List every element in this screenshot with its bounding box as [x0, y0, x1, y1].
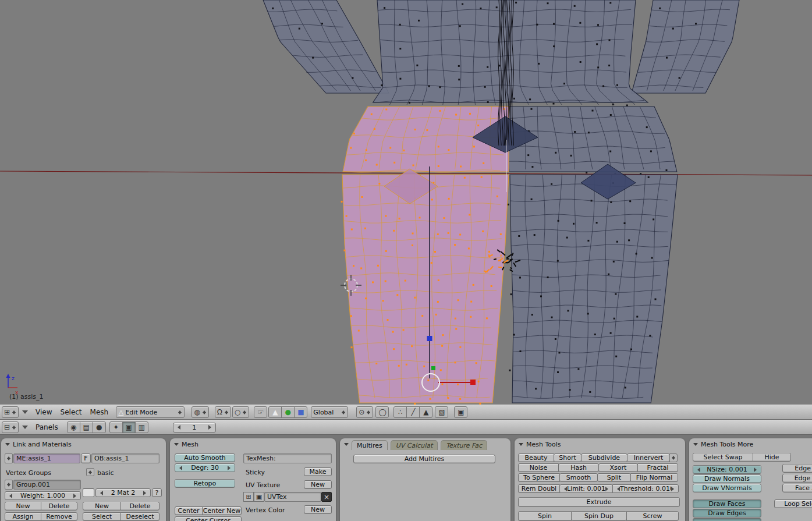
editing-context-button[interactable]: ▣ — [122, 421, 136, 433]
vgroup-delete-button[interactable]: Delete — [41, 502, 77, 511]
hash-button[interactable]: Hash — [558, 463, 599, 472]
fake-user-button[interactable]: F — [81, 453, 91, 463]
rotate-manipulator-button[interactable]: ● — [281, 406, 295, 418]
increment-icon[interactable] — [228, 466, 233, 470]
script-context-button[interactable]: ▤ — [80, 421, 93, 433]
beauty-toggle[interactable]: Beauty — [518, 453, 554, 462]
menu-panels[interactable]: Panels — [31, 423, 62, 431]
weight-field[interactable]: Weight: 1.000 — [5, 491, 81, 500]
material-color-swatch[interactable] — [83, 488, 94, 497]
uvtex-name-field[interactable]: UVTex — [264, 492, 321, 502]
decrement-icon[interactable] — [175, 425, 180, 430]
vertex-group-browse-button[interactable] — [5, 480, 13, 490]
draw-normals-toggle[interactable]: Draw Normals — [693, 474, 761, 483]
smooth-button[interactable]: Smooth — [559, 473, 598, 482]
manipulator-y-handle[interactable] — [431, 366, 435, 370]
decrement-icon[interactable] — [7, 494, 12, 498]
material-help-button[interactable]: ? — [152, 488, 162, 497]
increment-icon[interactable] — [73, 494, 79, 498]
decrement-icon[interactable] — [98, 491, 103, 495]
menu-view[interactable]: View — [31, 408, 56, 416]
loop-select-button[interactable]: Loop Selec — [774, 499, 812, 508]
translate-manipulator-button[interactable]: ▲ — [268, 406, 282, 418]
manipulator-x-handle[interactable] — [470, 380, 476, 385]
vertex-color-new-button[interactable]: New — [304, 505, 332, 514]
add-multires-button[interactable]: Add Multires — [353, 455, 495, 463]
vgroup-new-button[interactable]: New — [5, 502, 41, 511]
frame-number-field[interactable]: 1 — [173, 423, 216, 433]
editor-type-dropdown[interactable]: ⊟ — [2, 421, 19, 433]
draw-edges-toggle[interactable]: Draw Edges — [693, 509, 761, 518]
rem-doubles-button[interactable]: Rem Doubl — [518, 484, 560, 493]
draw-faces-toggle[interactable]: Draw Faces — [693, 499, 761, 508]
split-button[interactable]: Split — [597, 473, 631, 482]
increment-icon[interactable] — [671, 487, 676, 491]
hide-button[interactable]: Hide — [753, 453, 791, 462]
increment-icon[interactable] — [605, 487, 611, 491]
increment-icon[interactable] — [754, 467, 759, 472]
assign-button[interactable]: Assign — [5, 512, 41, 521]
material-browse-button[interactable] — [86, 468, 94, 476]
uv-texture-new-button[interactable]: New — [304, 480, 332, 489]
panel-header[interactable]: Link and Materials — [1, 438, 166, 450]
center-new-button[interactable]: Center New — [202, 506, 242, 515]
menu-select[interactable]: Select — [56, 408, 86, 416]
tab-texture-face[interactable]: Texture Fac — [441, 440, 487, 450]
object-name-field[interactable]: OB:assis_1 — [91, 453, 159, 463]
remove-button[interactable]: Remove — [41, 512, 77, 521]
nsize-field[interactable]: NSize: 0.001 — [693, 465, 761, 474]
increment-icon[interactable] — [143, 491, 148, 495]
pivot-dropdown[interactable]: Ω — [215, 406, 231, 418]
header-collapse-icon[interactable] — [22, 410, 28, 417]
scene-context-button[interactable]: ▥ — [135, 421, 148, 433]
draw-creases-toggle[interactable] — [693, 518, 761, 521]
occlude-geometry-button[interactable]: ▧ — [435, 406, 448, 418]
limit-field[interactable]: Limit: 0.001 — [559, 484, 613, 493]
edge-angles-toggle[interactable]: Edge A — [782, 474, 812, 483]
snap-button[interactable]: ◯ — [375, 406, 389, 418]
panel-header[interactable]: Mesh — [170, 438, 336, 450]
innervert-button[interactable]: Innervert — [627, 453, 670, 462]
noise-button[interactable]: Noise — [518, 463, 559, 472]
material-delete-button[interactable]: Delete — [120, 502, 159, 511]
mode-dropdown[interactable]: △ Edit Mode — [116, 406, 185, 418]
uvtex-delete-button[interactable]: × — [321, 492, 332, 502]
center-cursor-button[interactable]: Center Cursor — [175, 516, 242, 521]
face-area-toggle[interactable]: Face A — [782, 484, 812, 492]
3d-viewport[interactable]: z x (1) assis_1 — [0, 0, 812, 405]
scale-manipulator-button[interactable]: ■ — [294, 406, 307, 418]
vertex-select-button[interactable]: ∴ — [393, 406, 407, 418]
spin-button[interactable]: Spin — [518, 511, 572, 521]
decrement-icon[interactable] — [695, 467, 700, 472]
extrude-button[interactable]: Extrude — [518, 497, 680, 507]
xsort-button[interactable]: Xsort — [598, 463, 638, 472]
transform-orientation-dropdown[interactable]: Global — [311, 406, 348, 418]
select-swap-button[interactable]: Select Swap — [693, 453, 753, 462]
edge-select-button[interactable]: ╱ — [406, 406, 420, 418]
panel-header[interactable]: Multires UV Calculat Texture Fac — [340, 438, 510, 450]
edge-length-toggle[interactable]: Edge L — [782, 464, 812, 473]
manipulator-z-handle[interactable] — [427, 336, 432, 341]
flip-normal-button[interactable]: Flip Normal — [630, 473, 678, 482]
texmesh-field[interactable]: TexMesh: — [243, 453, 332, 463]
panel-header[interactable]: Mesh Tools — [515, 438, 685, 450]
manipulator-toggle-button[interactable]: ☞ — [254, 406, 267, 418]
deselect-button[interactable]: Deselect — [120, 512, 159, 521]
to-sphere-button[interactable]: To Sphere — [518, 473, 560, 482]
mesh-browse-button[interactable] — [5, 453, 13, 463]
uv-grid-icon[interactable]: ⊞ — [243, 492, 254, 502]
object-context-button[interactable]: ✦ — [109, 421, 123, 433]
tab-uv-calculation[interactable]: UV Calculat — [391, 440, 438, 450]
threshold-field[interactable]: Threshold: 0.010 — [612, 484, 679, 493]
material-new-button[interactable]: New — [83, 502, 121, 511]
mesh-name-field[interactable]: ME:assis_1 — [13, 453, 80, 463]
decrement-icon[interactable] — [615, 487, 620, 491]
draw-vnormals-toggle[interactable]: Draw VNormals — [693, 484, 761, 492]
draw-type-dropdown[interactable]: ◍ — [192, 406, 208, 418]
degr-field[interactable]: Degr: 30 — [175, 463, 235, 472]
material-index-field[interactable]: 2 Mat 2 — [95, 488, 151, 497]
face-select-button[interactable]: ▲ — [419, 406, 432, 418]
proportional-edit-dropdown[interactable]: ○ — [232, 406, 249, 418]
auto-smooth-toggle[interactable]: Auto Smooth — [175, 453, 235, 462]
render-preview-button[interactable]: ▣ — [454, 406, 467, 418]
